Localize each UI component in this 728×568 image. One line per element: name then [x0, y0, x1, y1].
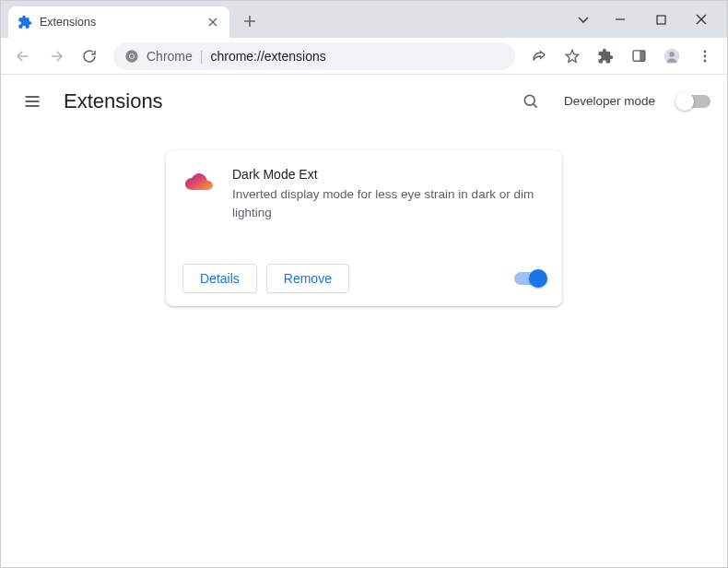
page-title: Extensions	[64, 89, 163, 113]
svg-point-8	[704, 50, 707, 53]
developer-mode-toggle[interactable]	[677, 95, 710, 108]
chrome-logo-icon	[124, 49, 139, 64]
extension-name: Dark Mode Ext	[232, 167, 546, 182]
chrome-menu-button[interactable]	[690, 41, 720, 71]
page-header: Extensions Developer mode	[1, 75, 727, 128]
tab-strip: Extensions	[1, 1, 263, 38]
browser-tab[interactable]: Extensions	[8, 6, 229, 38]
remove-button[interactable]: Remove	[266, 264, 349, 293]
puzzle-icon	[18, 15, 32, 30]
extension-enable-toggle[interactable]	[514, 272, 546, 285]
card-actions: Details Remove	[182, 264, 546, 293]
sidepanel-button[interactable]	[624, 41, 653, 71]
developer-mode-label: Developer mode	[564, 94, 655, 108]
titlebar: Extensions	[1, 1, 727, 38]
minimize-button[interactable]	[600, 6, 640, 33]
maximize-button[interactable]	[640, 6, 681, 33]
omnibox-url: chrome://extensions	[210, 49, 325, 64]
extensions-content: Dark Mode Ext Inverted display mode for …	[1, 128, 727, 567]
omnibox-separator: |	[200, 49, 204, 64]
forward-button[interactable]	[41, 41, 71, 71]
profile-button[interactable]	[657, 41, 687, 71]
back-button[interactable]	[8, 41, 38, 71]
extension-icon	[182, 167, 216, 200]
tab-search-button[interactable]	[567, 6, 600, 33]
svg-point-11	[524, 95, 534, 105]
svg-point-10	[704, 59, 707, 62]
bookmark-button[interactable]	[558, 41, 587, 71]
extension-info: Dark Mode Ext Inverted display mode for …	[232, 167, 546, 221]
new-tab-button[interactable]	[237, 8, 263, 34]
address-bar[interactable]: Chrome | chrome://extensions	[113, 42, 515, 70]
svg-rect-5	[640, 51, 645, 61]
extension-description: Inverted display mode for less eye strai…	[232, 185, 546, 221]
toggle-knob	[529, 269, 547, 288]
svg-rect-0	[657, 16, 665, 24]
svg-point-9	[704, 54, 707, 57]
browser-window: Extensions	[0, 0, 728, 568]
share-button[interactable]	[524, 41, 554, 71]
tab-title: Extensions	[40, 16, 198, 29]
details-button[interactable]: Details	[182, 264, 257, 293]
extension-card: Dark Mode Ext Inverted display mode for …	[166, 150, 562, 306]
close-tab-button[interactable]	[205, 15, 220, 30]
omnibox-prefix: Chrome	[147, 49, 193, 64]
browser-toolbar: Chrome | chrome://extensions	[1, 38, 727, 75]
main-menu-button[interactable]	[18, 87, 47, 116]
reload-button[interactable]	[75, 41, 104, 71]
toggle-knob	[675, 92, 694, 111]
titlebar-spacer	[263, 1, 567, 38]
window-controls	[567, 1, 727, 38]
close-window-button[interactable]	[681, 6, 722, 33]
card-top: Dark Mode Ext Inverted display mode for …	[182, 167, 546, 221]
extensions-button[interactable]	[591, 41, 620, 71]
search-extensions-button[interactable]	[514, 85, 547, 118]
svg-point-7	[669, 52, 675, 57]
svg-point-3	[130, 53, 134, 57]
